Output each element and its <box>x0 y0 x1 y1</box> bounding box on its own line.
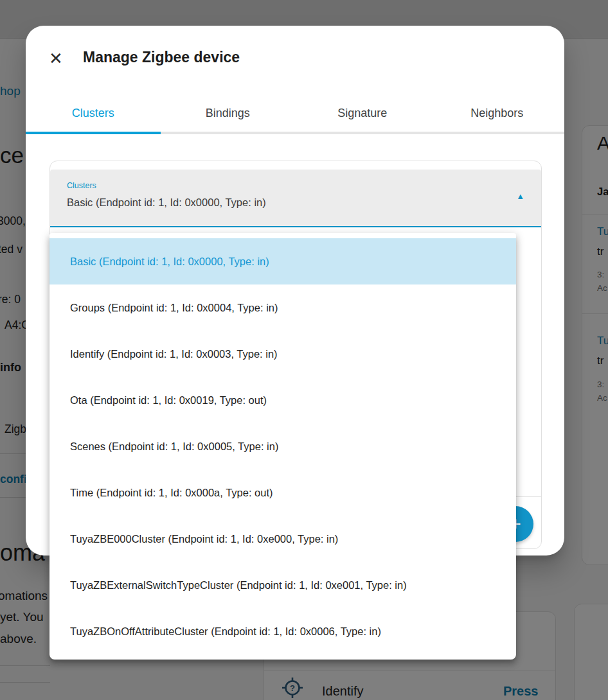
menu-item-tuyazbexternalswitchtypecluster[interactable]: TuyaZBExternalSwitchTypeCluster (Endpoin… <box>49 562 516 608</box>
select-label: Clusters <box>67 181 96 190</box>
close-icon[interactable]: ✕ <box>46 49 66 68</box>
select-value: Basic (Endpoint id: 1, Id: 0x0000, Type:… <box>67 197 266 209</box>
clusters-select[interactable]: Clusters Basic (Endpoint id: 1, Id: 0x00… <box>50 170 541 227</box>
menu-item-identify[interactable]: Identify (Endpoint id: 1, Id: 0x0003, Ty… <box>49 331 516 377</box>
menu-item-basic[interactable]: Basic (Endpoint id: 1, Id: 0x0000, Type:… <box>49 238 516 284</box>
menu-item-tuyazbe000cluster[interactable]: TuyaZBE000Cluster (Endpoint id: 1, Id: 0… <box>49 516 516 562</box>
screen: hop ce 3000, ted v re: 0 A4:C info Zigb … <box>0 0 608 700</box>
active-tab-indicator <box>26 132 161 134</box>
menu-item-scenes[interactable]: Scenes (Endpoint id: 1, Id: 0x0005, Type… <box>49 423 516 469</box>
clusters-dropdown-menu: Basic (Endpoint id: 1, Id: 0x0000, Type:… <box>49 233 516 660</box>
menu-item-time[interactable]: Time (Endpoint id: 1, Id: 0x000a, Type: … <box>49 469 516 516</box>
tab-neighbors[interactable]: Neighbors <box>430 95 565 131</box>
tab-bar: Clusters Bindings Signature Neighbors <box>26 95 564 131</box>
menu-item-groups[interactable]: Groups (Endpoint id: 1, Id: 0x0004, Type… <box>49 284 516 331</box>
chevron-up-icon: ▲ <box>516 191 524 201</box>
tab-clusters[interactable]: Clusters <box>26 95 161 131</box>
menu-item-ota[interactable]: Ota (Endpoint id: 1, Id: 0x0019, Type: o… <box>49 377 516 423</box>
tab-signature[interactable]: Signature <box>295 95 430 131</box>
tab-bindings[interactable]: Bindings <box>161 95 296 131</box>
tab-track <box>26 132 564 134</box>
menu-item-tuyazbonoffattributecluster[interactable]: TuyaZBOnOffAttributeCluster (Endpoint id… <box>49 608 516 654</box>
dialog-title: Manage Zigbee device <box>83 49 240 66</box>
